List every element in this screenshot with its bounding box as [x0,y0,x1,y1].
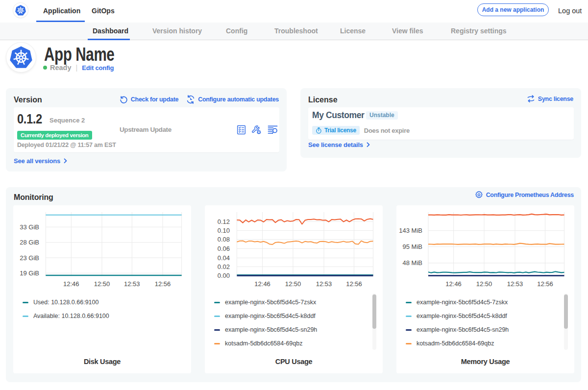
svg-text:12:50: 12:50 [94,280,110,288]
svg-text:12:53: 12:53 [316,280,332,288]
svg-text:12:56: 12:56 [537,280,553,288]
svg-text:0.10: 0.10 [218,227,230,234]
svg-text:19 GiB: 19 GiB [20,269,39,277]
svg-text:48 MiB: 48 MiB [403,259,422,267]
svg-text:28 GiB: 28 GiB [20,239,39,246]
svg-text:0.00: 0.00 [218,272,230,279]
svg-text:0.02: 0.02 [218,263,230,270]
svg-text:0.06: 0.06 [218,245,230,252]
svg-text:0.12: 0.12 [218,218,230,225]
svg-text:12:56: 12:56 [346,280,362,288]
svg-text:23 GiB: 23 GiB [20,254,39,262]
svg-text:143 MiB: 143 MiB [399,227,422,234]
svg-text:12:46: 12:46 [63,280,79,288]
svg-text:95 MiB: 95 MiB [403,243,422,250]
svg-text:12:53: 12:53 [507,280,523,288]
svg-text:12:46: 12:46 [254,280,270,288]
svg-text:0.08: 0.08 [218,236,230,243]
svg-text:12:53: 12:53 [124,280,140,288]
svg-text:12:46: 12:46 [445,280,462,288]
svg-text:33 GiB: 33 GiB [20,223,39,231]
svg-text:0.04: 0.04 [218,254,230,262]
svg-text:12:56: 12:56 [155,280,171,288]
svg-text:12:50: 12:50 [476,280,492,288]
svg-text:12:50: 12:50 [285,280,301,288]
